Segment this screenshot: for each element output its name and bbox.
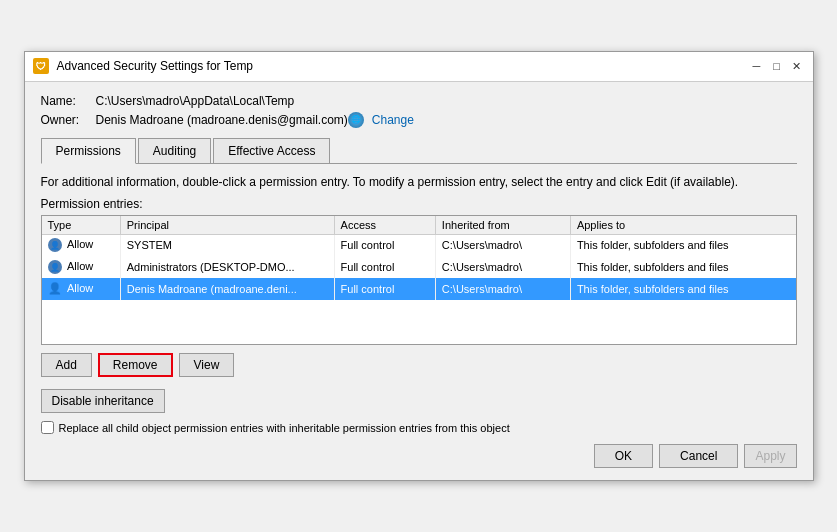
- main-window: 🛡 Advanced Security Settings for Temp ─ …: [24, 51, 814, 481]
- owner-label: Owner:: [41, 113, 96, 127]
- table-row-empty: [42, 300, 796, 322]
- title-bar-controls: ─ □ ✕: [749, 58, 805, 74]
- minimize-button[interactable]: ─: [749, 58, 765, 74]
- replace-checkbox[interactable]: [41, 421, 54, 434]
- permissions-table: Type Principal Access Inherited from App…: [42, 216, 796, 345]
- col-type: Type: [42, 216, 121, 235]
- cell-access: Full control: [334, 278, 435, 300]
- name-label: Name:: [41, 94, 96, 108]
- owner-row: Owner: Denis Madroane (madroane.denis@gm…: [41, 112, 797, 128]
- user-icon: 👤: [48, 282, 62, 296]
- title-bar: 🛡 Advanced Security Settings for Temp ─ …: [25, 52, 813, 82]
- tab-auditing[interactable]: Auditing: [138, 138, 211, 163]
- change-link[interactable]: Change: [372, 113, 414, 127]
- table-row[interactable]: 👤 Allow Administrators (DESKTOP-DMO... F…: [42, 256, 796, 278]
- disable-inheritance-button[interactable]: Disable inheritance: [41, 389, 165, 413]
- owner-value: Denis Madroane (madroane.denis@gmail.com…: [96, 113, 348, 127]
- name-row: Name: C:\Users\madro\AppData\Local\Temp: [41, 94, 797, 108]
- cell-applies: This folder, subfolders and files: [570, 234, 795, 256]
- cell-access: Full control: [334, 234, 435, 256]
- permissions-table-wrapper: Type Principal Access Inherited from App…: [41, 215, 797, 346]
- cancel-button[interactable]: Cancel: [659, 444, 738, 468]
- col-applies: Applies to: [570, 216, 795, 235]
- cell-applies: This folder, subfolders and files: [570, 256, 795, 278]
- cell-inherited: C:\Users\madro\: [435, 278, 570, 300]
- col-access: Access: [334, 216, 435, 235]
- cell-principal: Administrators (DESKTOP-DMO...: [120, 256, 334, 278]
- perm-entries-label: Permission entries:: [41, 197, 797, 211]
- table-header: Type Principal Access Inherited from App…: [42, 216, 796, 235]
- cell-principal: Denis Madroane (madroane.deni...: [120, 278, 334, 300]
- globe-icon: 🌐: [348, 112, 364, 128]
- content-area: Name: C:\Users\madro\AppData\Local\Temp …: [25, 82, 813, 480]
- table-row[interactable]: 👤 Allow Denis Madroane (madroane.deni...…: [42, 278, 796, 300]
- close-button[interactable]: ✕: [789, 58, 805, 74]
- user-icon: 👤: [48, 260, 62, 274]
- tab-effective-access[interactable]: Effective Access: [213, 138, 330, 163]
- table-body: 👤 Allow SYSTEM Full control C:\Users\mad…: [42, 234, 796, 344]
- apply-button[interactable]: Apply: [744, 444, 796, 468]
- window-icon: 🛡: [33, 58, 49, 74]
- name-value: C:\Users\madro\AppData\Local\Temp: [96, 94, 295, 108]
- window-title: Advanced Security Settings for Temp: [57, 59, 749, 73]
- tab-bar: Permissions Auditing Effective Access: [41, 138, 797, 164]
- ok-button[interactable]: OK: [594, 444, 653, 468]
- description-text: For additional information, double-click…: [41, 174, 797, 191]
- table-row[interactable]: 👤 Allow SYSTEM Full control C:\Users\mad…: [42, 234, 796, 256]
- col-principal: Principal: [120, 216, 334, 235]
- remove-button[interactable]: Remove: [98, 353, 173, 377]
- tab-permissions[interactable]: Permissions: [41, 138, 136, 164]
- maximize-button[interactable]: □: [769, 58, 785, 74]
- cell-access: Full control: [334, 256, 435, 278]
- table-row-empty: [42, 322, 796, 344]
- cell-applies: This folder, subfolders and files: [570, 278, 795, 300]
- add-button[interactable]: Add: [41, 353, 92, 377]
- view-button[interactable]: View: [179, 353, 235, 377]
- cell-principal: SYSTEM: [120, 234, 334, 256]
- cell-type: 👤 Allow: [42, 278, 121, 300]
- col-inherited: Inherited from: [435, 216, 570, 235]
- action-buttons: Add Remove View: [41, 353, 797, 377]
- cell-type: 👤 Allow: [42, 234, 121, 256]
- cell-type: 👤 Allow: [42, 256, 121, 278]
- disable-inheritance-row: Disable inheritance: [41, 383, 797, 413]
- replace-checkbox-label: Replace all child object permission entr…: [59, 422, 510, 434]
- user-icon: 👤: [48, 238, 62, 252]
- cell-inherited: C:\Users\madro\: [435, 234, 570, 256]
- cell-inherited: C:\Users\madro\: [435, 256, 570, 278]
- footer-buttons: OK Cancel Apply: [41, 444, 797, 468]
- replace-checkbox-row: Replace all child object permission entr…: [41, 421, 797, 434]
